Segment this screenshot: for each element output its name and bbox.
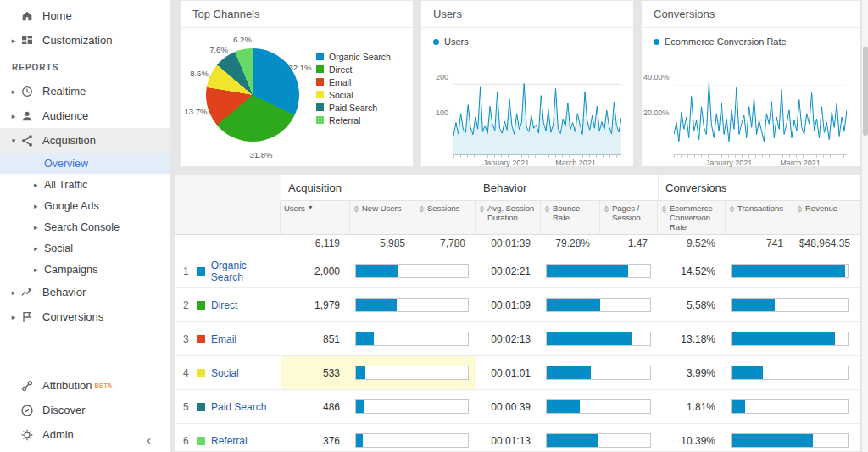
legend-item-organic-search[interactable]: Organic Search [316, 50, 391, 63]
sort-icon [479, 205, 485, 215]
total-new-users: 5,985 [350, 232, 415, 254]
table-row: 3Email 851 00:02:13 13.18% [175, 322, 860, 356]
conversions-chart-legend[interactable]: Ecommerce Conversion Rate [642, 28, 860, 48]
sort-descending-icon: ▼ [308, 204, 314, 211]
pie-legend: Organic Search Direct Email Social Paid … [316, 50, 391, 126]
sidebar-item-customization[interactable]: ▸ Customization [0, 28, 170, 53]
sidebar-item-home[interactable]: Home [0, 3, 170, 28]
users-chart-legend[interactable]: Users [421, 28, 633, 48]
sidebar-item-social[interactable]: ▸ Social [0, 237, 170, 259]
vertical-scrollbar[interactable] [861, 0, 868, 452]
expand-arrow-icon: ▸ [34, 181, 44, 189]
channel-link[interactable]: Organic Search [211, 259, 281, 283]
column-header-ecommerce-conversion-rate[interactable]: Ecommerce Conversion Rate [658, 201, 726, 235]
sidebar-item-label: Overview [44, 158, 88, 170]
channel-color-swatch [197, 267, 205, 276]
users-bar [355, 399, 469, 414]
column-header-new-users[interactable]: New Users [350, 201, 415, 235]
audience-person-icon [20, 109, 35, 123]
attribution-icon [20, 378, 35, 393]
channels-table: Acquisition Behavior Conversions Users ▼… [174, 174, 861, 452]
panel-title: Conversions [642, 1, 860, 28]
channel-link[interactable]: Social [211, 367, 239, 379]
bounce-rate-bar [546, 264, 651, 278]
avg-session-duration-value: 00:02:13 [476, 322, 541, 356]
legend-label: Email [329, 77, 351, 87]
table-row: 1Organic Search 2,000 00:02:21 14.52% [175, 254, 860, 288]
sidebar-item-google-ads[interactable]: ▸ Google Ads [0, 195, 170, 216]
pie-slice-label: 6.2% [233, 35, 252, 44]
x-axis-label: January 2021 [706, 159, 753, 167]
sidebar-item-realtime[interactable]: ▸ Realtime [0, 79, 170, 103]
expand-arrow-icon: ▸ [8, 87, 19, 96]
sidebar-item-conversions[interactable]: ▸ Conversions [0, 304, 170, 329]
channel-link[interactable]: Paid Search [211, 401, 266, 413]
legend-item-direct[interactable]: Direct [316, 63, 391, 75]
legend-label: Direct [329, 64, 352, 75]
conversions-line-chart: 40.00% 20.00% January 2021 March 2021 [642, 48, 860, 159]
legend-item-social[interactable]: Social [316, 88, 391, 101]
column-header-transactions[interactable]: Transactions [726, 201, 793, 235]
sidebar-item-label: Home [42, 9, 72, 22]
pie-slice-label: 7.6% [209, 45, 228, 54]
channels-pie[interactable] [206, 48, 299, 142]
sidebar-item-label: Campaigns [44, 264, 97, 276]
expand-arrow-icon: ▸ [34, 223, 44, 232]
legend-item-referral[interactable]: Referral [316, 114, 391, 126]
legend-swatch [316, 65, 324, 73]
expand-arrow-icon: ▸ [8, 112, 19, 120]
legend-swatch [316, 103, 324, 111]
users-value: 376 [281, 424, 350, 452]
table-group-header-row: Acquisition Behavior Conversions [175, 175, 860, 201]
sidebar-item-campaigns[interactable]: ▸ Campaigns [0, 259, 170, 280]
column-header-bounce-rate[interactable]: Bounce Rate [541, 201, 600, 235]
column-header-sessions[interactable]: Sessions [415, 201, 476, 235]
y-axis-tick: 100 [423, 109, 448, 117]
pie-slice-label: 8.6% [190, 69, 209, 78]
total-pages-session: 1.47 [600, 232, 658, 254]
sidebar-item-label: Google Ads [44, 200, 99, 212]
column-header-avg-session-duration[interactable]: Avg. Session Duration [476, 201, 541, 235]
sidebar-item-label: All Traffic [44, 179, 87, 191]
legend-item-email[interactable]: Email [316, 75, 391, 88]
channel-link[interactable]: Direct [211, 299, 237, 311]
sidebar-collapse-chevron[interactable]: ‹ [147, 432, 151, 447]
avg-session-duration-value: 00:02:21 [476, 254, 541, 288]
scrollbar-thumb[interactable] [863, 47, 868, 136]
legend-label: Social [329, 90, 353, 100]
column-header-pages-session[interactable]: Pages / Session [600, 201, 658, 235]
pie-slice-label: 31.8% [250, 150, 273, 159]
sidebar-item-admin[interactable]: Admin [0, 422, 170, 447]
collapse-arrow-icon: ▾ [8, 137, 19, 145]
legend-item-paid-search[interactable]: Paid Search [316, 101, 391, 114]
conversion-rate-value: 5.58% [658, 288, 726, 322]
channel-link[interactable]: Email [211, 333, 236, 345]
sidebar-item-acquisition[interactable]: ▾ Acquisition [0, 128, 170, 153]
avg-session-duration-value: 00:00:39 [476, 390, 541, 424]
sidebar-item-label: Audience [42, 109, 88, 122]
conversion-rate-value: 13.18% [658, 322, 726, 356]
sidebar-item-overview[interactable]: Overview [0, 153, 170, 174]
behavior-icon [20, 285, 35, 299]
sidebar-item-label: Conversions [42, 310, 103, 323]
table-row: 5Paid Search 486 00:00:39 1.81% [175, 390, 860, 424]
y-axis-tick: 40.00% [643, 73, 669, 81]
conversions-panel: Conversions Ecommerce Conversion Rate 40… [641, 0, 861, 167]
sidebar-item-search-console[interactable]: ▸ Search Console [0, 216, 170, 237]
channel-link[interactable]: Referral [211, 435, 248, 447]
sidebar-item-label: Acquisition [42, 134, 96, 147]
column-header-users[interactable]: Users ▼ [281, 201, 350, 235]
main-content: Top Channels 32.1% 31.8% 13.7% 8.6% 7.6%… [170, 0, 868, 452]
legend-dot-icon [654, 39, 659, 45]
sidebar-item-attribution[interactable]: Attribution BETA [0, 373, 170, 398]
sidebar-item-behavior[interactable]: ▸ Behavior [0, 280, 170, 304]
row-index: 2 [183, 299, 197, 311]
column-header-revenue[interactable]: Revenue [793, 201, 860, 235]
sidebar-item-discover[interactable]: Discover [0, 398, 170, 422]
legend-dot-icon [433, 39, 439, 45]
sidebar-item-all-traffic[interactable]: ▸ All Traffic [0, 174, 170, 195]
sidebar-item-audience[interactable]: ▸ Audience [0, 103, 170, 128]
users-panel: Users Users 200 100 January 2021 March 2… [420, 0, 634, 167]
sidebar-item-label: Realtime [42, 85, 86, 98]
channel-color-swatch [197, 335, 205, 343]
